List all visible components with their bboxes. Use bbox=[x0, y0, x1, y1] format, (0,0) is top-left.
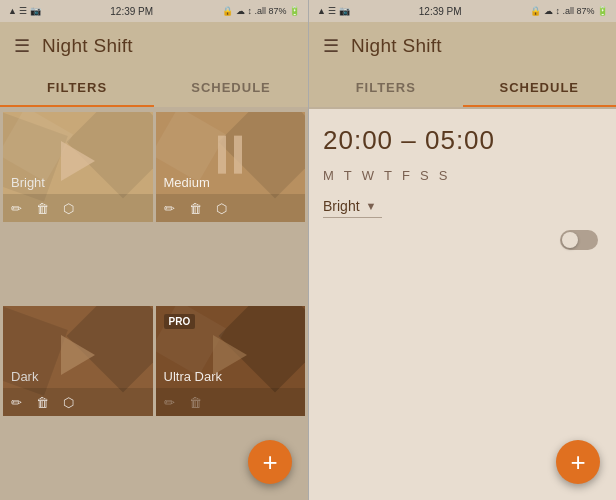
status-bar-left: ▲ ☰ 📷 12:39 PM 🔒 ☁ ↕ .all 87% 🔋 bbox=[0, 0, 308, 22]
card-actions-dark: ✏ 🗑 ⬡ bbox=[3, 388, 153, 416]
tab-schedule-right[interactable]: SCHEDULE bbox=[463, 70, 617, 105]
card-actions-medium: ✏ 🗑 ⬡ bbox=[156, 194, 306, 222]
status-bar-right: ▲ ☰ 📷 12:39 PM 🔒 ☁ ↕ .all 87% 🔋 bbox=[309, 0, 616, 22]
filter-dropdown-value: Bright bbox=[323, 198, 360, 214]
day-T2[interactable]: T bbox=[384, 168, 392, 183]
day-F[interactable]: F bbox=[402, 168, 410, 183]
card-actions-bright: ✏ 🗑 ⬡ bbox=[3, 194, 153, 222]
share-icon-dark[interactable]: ⬡ bbox=[63, 395, 74, 410]
day-M[interactable]: M bbox=[323, 168, 334, 183]
filter-card-bright[interactable]: Bright ✏ 🗑 ⬡ bbox=[3, 112, 153, 222]
tab-filters-right[interactable]: FILTERS bbox=[309, 70, 463, 105]
fab-right[interactable]: + bbox=[556, 440, 600, 484]
schedule-toggle-row bbox=[323, 230, 602, 250]
edit-icon-dark[interactable]: ✏ bbox=[11, 395, 22, 410]
day-T1[interactable]: T bbox=[344, 168, 352, 183]
schedule-toggle[interactable] bbox=[560, 230, 598, 250]
tab-filters-left[interactable]: FILTERS bbox=[0, 70, 154, 105]
delete-icon-medium[interactable]: 🗑 bbox=[189, 201, 202, 216]
delete-icon-dark[interactable]: 🗑 bbox=[36, 395, 49, 410]
filter-dropdown[interactable]: Bright ▼ bbox=[323, 195, 382, 218]
schedule-days: M T W T F S S bbox=[323, 168, 602, 183]
app-title-right: Night Shift bbox=[351, 35, 442, 57]
day-S2[interactable]: S bbox=[439, 168, 448, 183]
day-W[interactable]: W bbox=[362, 168, 374, 183]
left-phone-panel: ▲ ☰ 📷 12:39 PM 🔒 ☁ ↕ .all 87% 🔋 ☰ Night … bbox=[0, 0, 308, 500]
filter-card-ultra-dark[interactable]: PRO Ultra Dark ✏ 🗑 bbox=[156, 306, 306, 416]
status-right-icons-left: 🔒 ☁ ↕ .all 87% 🔋 bbox=[222, 6, 300, 16]
tab-schedule-left[interactable]: SCHEDULE bbox=[154, 70, 308, 105]
play-icon-ultra-dark bbox=[213, 335, 247, 375]
dropdown-arrow-icon: ▼ bbox=[366, 200, 377, 212]
delete-icon-bright[interactable]: 🗑 bbox=[36, 201, 49, 216]
share-icon-bright[interactable]: ⬡ bbox=[63, 201, 74, 216]
delete-icon-ultra-dark: 🗑 bbox=[189, 395, 202, 410]
toggle-knob bbox=[562, 232, 578, 248]
menu-icon-left[interactable]: ☰ bbox=[14, 35, 30, 57]
app-bar-right: ☰ Night Shift bbox=[309, 22, 616, 70]
filters-panel: Bright ✏ 🗑 ⬡ Medium ✏ 🗑 bbox=[0, 109, 308, 500]
menu-icon-right[interactable]: ☰ bbox=[323, 35, 339, 57]
status-left-icons: ▲ ☰ 📷 bbox=[8, 6, 41, 16]
pause-icon-medium bbox=[218, 155, 242, 174]
filter-card-medium[interactable]: Medium ✏ 🗑 ⬡ bbox=[156, 112, 306, 222]
fab-left[interactable]: + bbox=[248, 440, 292, 484]
schedule-panel: 20:00 – 05:00 M T W T F S S Bright ▼ bbox=[309, 109, 616, 500]
status-right-icons-right: 🔒 ☁ ↕ .all 87% 🔋 bbox=[530, 6, 608, 16]
filter-select-row: Bright ▼ bbox=[323, 195, 602, 218]
app-title-left: Night Shift bbox=[42, 35, 133, 57]
day-S1[interactable]: S bbox=[420, 168, 429, 183]
status-time-left: 12:39 PM bbox=[110, 6, 153, 17]
tabs-right: FILTERS SCHEDULE bbox=[309, 70, 616, 107]
filter-card-dark[interactable]: Dark ✏ 🗑 ⬡ bbox=[3, 306, 153, 416]
tabs-left: FILTERS SCHEDULE bbox=[0, 70, 308, 107]
app-bar-left: ☰ Night Shift bbox=[0, 22, 308, 70]
edit-icon-medium[interactable]: ✏ bbox=[164, 201, 175, 216]
status-left-icons-right: ▲ ☰ 📷 bbox=[317, 6, 350, 16]
card-actions-ultra-dark: ✏ 🗑 bbox=[156, 388, 306, 416]
pro-badge: PRO bbox=[164, 314, 196, 329]
schedule-time[interactable]: 20:00 – 05:00 bbox=[323, 125, 602, 156]
share-icon-medium[interactable]: ⬡ bbox=[216, 201, 227, 216]
right-phone-panel: ▲ ☰ 📷 12:39 PM 🔒 ☁ ↕ .all 87% 🔋 ☰ Night … bbox=[308, 0, 616, 500]
edit-icon-ultra-dark: ✏ bbox=[164, 395, 175, 410]
edit-icon-bright[interactable]: ✏ bbox=[11, 201, 22, 216]
play-icon-bright bbox=[61, 141, 95, 181]
status-time-right: 12:39 PM bbox=[419, 6, 462, 17]
play-icon-dark bbox=[61, 335, 95, 375]
